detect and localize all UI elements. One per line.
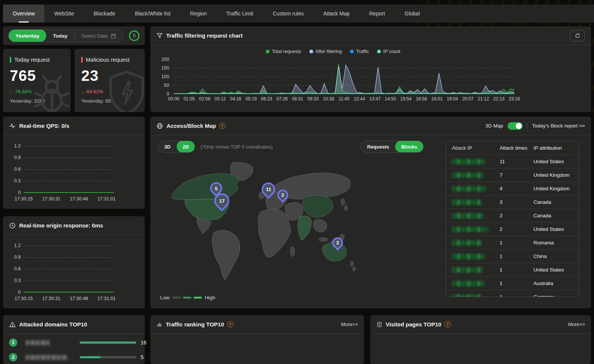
traffic-y-tick: 150 <box>154 65 169 71</box>
redacted-ip <box>452 281 484 286</box>
legend-item-ip-count[interactable]: IP count <box>377 49 400 54</box>
attack-ip-cell <box>452 227 500 232</box>
traffic-x-tick: 22:13 <box>493 96 505 102</box>
request-block-group: Requests Blocks <box>361 141 423 153</box>
nav-tab-black-white-list[interactable]: Black/White list <box>125 5 180 23</box>
ip-attribution-cell: Romania <box>533 240 579 246</box>
y-tick: 1.2 <box>8 143 21 149</box>
rank-badge: 1 <box>9 338 17 347</box>
attack-ip-table: Attack IP Attack times IP attribution 11… <box>446 141 579 297</box>
nav-tabs: OverviewWebSiteBlockadeBlack/White listR… <box>3 5 430 23</box>
redacted-ip <box>452 294 481 297</box>
nav-tab-label: Global <box>405 11 420 17</box>
traffic-x-tick: 16:58 <box>416 96 427 102</box>
attack-ip-cell <box>452 240 500 246</box>
table-row: 7United Kingdom <box>446 168 579 182</box>
map-pin[interactable]: 5 <box>210 182 222 194</box>
origin-chart: 1.20.90.60.30 17:30:1517:30:3117:30:4817… <box>3 235 145 308</box>
realtime-origin-card: Real-time origin response: 0ms 1.20.90.6… <box>3 216 145 308</box>
nav-tab-attack-map[interactable]: Attack Map <box>314 5 359 23</box>
attack-times-cell: 7 <box>500 172 533 178</box>
table-row: 4United Kingdom <box>446 182 579 196</box>
legend-dot-icon <box>266 50 270 53</box>
gridline <box>24 181 114 181</box>
down-arrow-icon: ↓ <box>81 89 84 94</box>
traffic-x-tick: 01:05 <box>183 96 195 102</box>
select-date-button[interactable]: Select Date <box>75 29 123 42</box>
col-ip-attribution: IP attribution <box>533 145 579 151</box>
gridline <box>24 246 114 246</box>
mode-3d-button[interactable]: 3D <box>158 141 177 153</box>
help-icon[interactable]: ? <box>444 321 451 328</box>
nav-tab-blockade[interactable]: Blockade <box>84 5 125 23</box>
redacted-ip <box>452 267 483 273</box>
bug-icon <box>29 71 71 112</box>
table-row: 11United States <box>446 155 579 168</box>
table-row: 1China <box>446 250 579 263</box>
traffic-x-tick: 19:04 <box>447 96 458 102</box>
help-icon[interactable]: ? <box>219 123 226 129</box>
mode-2d-button[interactable]: 2D <box>177 141 195 153</box>
redacted-ip <box>452 213 483 218</box>
world-map[interactable]: 5171122 <box>165 160 383 290</box>
table-row: 2United States <box>446 223 579 236</box>
progress-fill <box>80 356 101 358</box>
traffic-x-tick: 08:31 <box>292 96 303 102</box>
refresh-button[interactable] <box>570 30 585 41</box>
map-pin[interactable]: 11 <box>262 182 275 196</box>
yesterday-button[interactable]: Yesterday <box>9 29 46 42</box>
attack-ip-cell <box>452 159 500 164</box>
today-button[interactable]: Today <box>46 29 74 42</box>
ranking-more-link[interactable]: More>> <box>341 322 358 327</box>
map-mode-group: 3D 2D <box>158 141 195 153</box>
map-pin[interactable]: 2 <box>277 190 288 200</box>
domains-title: Attacked domains TOP10 <box>19 321 87 328</box>
gridline <box>24 146 114 146</box>
traffic-x-tick: 13:47 <box>369 96 380 102</box>
3d-map-toggle[interactable] <box>508 122 523 130</box>
help-icon[interactable]: ? <box>227 321 233 328</box>
map-pin-value: 2 <box>336 240 339 246</box>
map-pin-body: 11 <box>259 180 278 199</box>
ip-attribution-cell: United Kingdom <box>533 186 579 191</box>
traffic-x-tick: 04:16 <box>230 96 241 102</box>
gridline <box>24 269 114 269</box>
refresh-icon <box>574 33 580 39</box>
map-pin[interactable]: 17 <box>214 193 229 208</box>
qps-chart: 1.20.90.60.30 17:30:1517:30:3117:30:4817… <box>3 135 145 209</box>
legend-item-after-filtering[interactable]: After filtering <box>309 49 342 54</box>
traffic-x-tick: 03:12 <box>215 96 226 102</box>
map-pin[interactable]: 2 <box>332 237 343 248</box>
nav-tab-traffic-limit[interactable]: Traffic Limit <box>217 5 263 23</box>
nav-tab-website[interactable]: WebSite <box>44 5 84 23</box>
traffic-x-tick: 15:54 <box>400 96 412 102</box>
x-tick: 17:30:15 <box>15 196 33 202</box>
traffic-y-tick: 200 <box>154 57 169 62</box>
green-marker <box>10 57 11 63</box>
nav-tab-report[interactable]: Report <box>359 5 395 23</box>
map-pin-value: 5 <box>215 185 218 191</box>
gridline <box>24 281 114 281</box>
zero-line <box>24 192 114 193</box>
visited-more-link[interactable]: More>> <box>568 322 585 327</box>
nav-tab-overview[interactable]: Overview <box>3 5 44 23</box>
nav-tab-global[interactable]: Global <box>395 5 429 23</box>
y-tick: 0 <box>8 190 21 195</box>
redacted-domain <box>26 340 50 345</box>
rank-badge: 2 <box>9 353 17 361</box>
traffic-y-tick: 100 <box>154 74 169 79</box>
legend-item-total-requests[interactable]: Total requests <box>266 49 301 54</box>
nav-tab-custom-rules[interactable]: Custom rules <box>263 5 314 23</box>
legend-item-traffic[interactable]: Traffic <box>350 49 369 54</box>
stat-label: Today request <box>14 56 50 63</box>
nav-tab-label: Attack Map <box>323 11 350 17</box>
nav-tab-region[interactable]: Region <box>180 5 217 23</box>
attack-times-cell: 2 <box>500 226 533 232</box>
blocks-button[interactable]: Blocks <box>395 141 423 153</box>
traffic-x-tick: 12:44 <box>354 96 365 102</box>
ip-attribution-cell: Australia <box>533 281 579 286</box>
attack-ip-cell <box>452 213 500 218</box>
legend-low-label: Low <box>160 295 170 300</box>
block-report-link[interactable]: Today's Block report >> <box>532 123 585 129</box>
requests-button[interactable]: Requests <box>361 141 395 153</box>
